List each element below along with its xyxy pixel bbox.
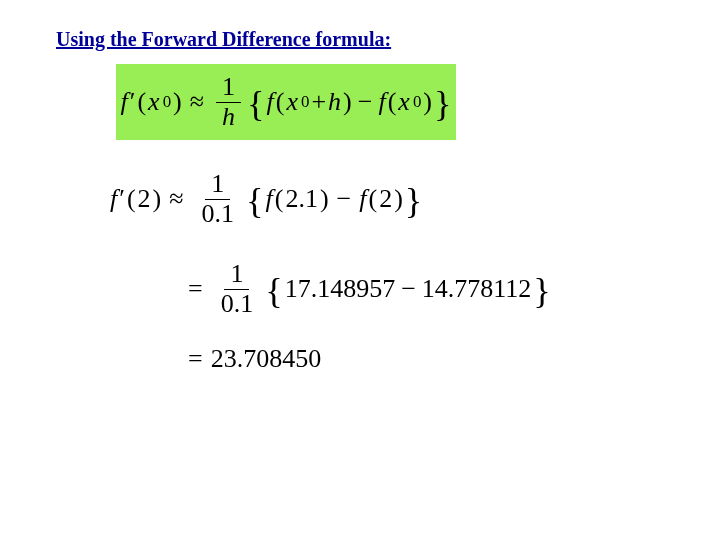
final-result: 23.708450 bbox=[211, 344, 322, 374]
f-symbol: f bbox=[359, 184, 366, 214]
minus-symbol: − bbox=[401, 274, 416, 304]
term-f-21: f(2.1) bbox=[266, 184, 329, 214]
term-f-xh: f(x0+h) bbox=[267, 87, 352, 117]
value-1: 17.148957 bbox=[285, 274, 396, 304]
minus-symbol: − bbox=[337, 184, 352, 214]
term-f-2: f(2) bbox=[359, 184, 403, 214]
term-f-x: f(x0) bbox=[378, 87, 432, 117]
approx-symbol: ≈ bbox=[190, 87, 204, 117]
f-symbol: f bbox=[378, 87, 385, 117]
f-symbol: f bbox=[267, 87, 274, 117]
forward-difference-formula: f′(x0) ≈ 1 h { f(x0+h) − f(x0) } bbox=[121, 73, 452, 131]
frac-num: 1 bbox=[224, 260, 249, 290]
calculation-line-3: = 23.708450 bbox=[182, 344, 321, 374]
plus-symbol: + bbox=[311, 87, 326, 117]
sub-zero: 0 bbox=[413, 92, 421, 112]
x-symbol: x bbox=[286, 87, 298, 117]
lhs-fprime-2: f′(2) bbox=[110, 184, 161, 214]
sub-zero: 0 bbox=[301, 92, 309, 112]
fraction-1-over-h: 1 h bbox=[216, 73, 241, 131]
f-symbol: f bbox=[110, 184, 117, 214]
equals-symbol: = bbox=[188, 344, 203, 374]
frac-den: h bbox=[216, 103, 241, 132]
calculation-line-2: = 1 0.1 { 17.148957 − 14.778112 } bbox=[182, 260, 551, 318]
equals-symbol: = bbox=[188, 274, 203, 304]
x-symbol: x bbox=[148, 87, 160, 117]
frac-num: 1 bbox=[205, 170, 230, 200]
formula-highlight-box: f′(x0) ≈ 1 h { f(x0+h) − f(x0) } bbox=[116, 64, 456, 140]
x-symbol: x bbox=[398, 87, 410, 117]
fraction-1-over-01: 1 0.1 bbox=[196, 170, 241, 228]
approx-symbol: ≈ bbox=[169, 184, 183, 214]
calculation-line-1: f′(2) ≈ 1 0.1 { f(2.1) − f(2) } bbox=[110, 170, 422, 228]
formula-lhs: f′(x0) bbox=[121, 87, 182, 117]
frac-den: 0.1 bbox=[196, 200, 241, 229]
frac-num: 1 bbox=[216, 73, 241, 103]
fraction-1-over-01: 1 0.1 bbox=[215, 260, 260, 318]
h-symbol: h bbox=[328, 87, 341, 117]
f-symbol: f bbox=[121, 87, 128, 117]
value-2: 14.778112 bbox=[422, 274, 532, 304]
sub-zero: 0 bbox=[163, 92, 171, 112]
f-symbol: f bbox=[266, 184, 273, 214]
arg-2: 2 bbox=[138, 184, 151, 214]
page-title: Using the Forward Difference formula: bbox=[56, 28, 391, 51]
minus-symbol: − bbox=[358, 87, 373, 117]
arg-21: 2.1 bbox=[285, 184, 318, 214]
frac-den: 0.1 bbox=[215, 290, 260, 319]
arg-2: 2 bbox=[379, 184, 392, 214]
